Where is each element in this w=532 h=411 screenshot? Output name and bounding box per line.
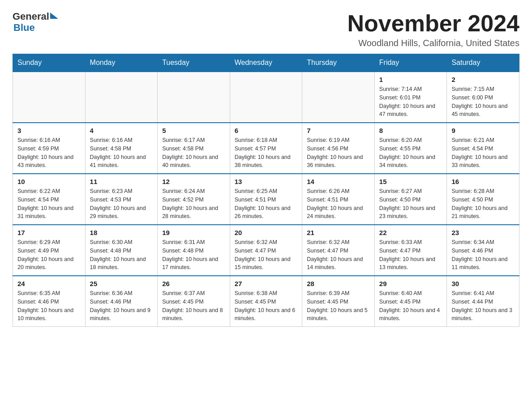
- day-info: Sunrise: 6:37 AMSunset: 4:45 PMDaylight:…: [162, 289, 225, 323]
- header-saturday: Saturday: [447, 54, 519, 72]
- calendar-cell: 21Sunrise: 6:32 AMSunset: 4:47 PMDayligh…: [302, 225, 375, 276]
- day-info: Sunrise: 6:19 AMSunset: 4:56 PMDaylight:…: [307, 136, 370, 170]
- calendar-cell: [302, 72, 375, 123]
- calendar-cell: 19Sunrise: 6:31 AMSunset: 4:48 PMDayligh…: [158, 225, 230, 276]
- day-number: 15: [379, 178, 442, 185]
- day-info: Sunrise: 6:38 AMSunset: 4:45 PMDaylight:…: [235, 289, 298, 323]
- day-number: 14: [307, 178, 370, 185]
- day-number: 17: [17, 229, 81, 236]
- calendar-title: November 2024: [348, 11, 519, 36]
- day-number: 25: [90, 280, 153, 287]
- header-wednesday: Wednesday: [230, 54, 302, 72]
- calendar-cell: 24Sunrise: 6:35 AMSunset: 4:46 PMDayligh…: [13, 276, 86, 327]
- calendar-cell: 15Sunrise: 6:27 AMSunset: 4:50 PMDayligh…: [374, 174, 447, 225]
- day-info: Sunrise: 6:32 AMSunset: 4:47 PMDaylight:…: [307, 238, 370, 272]
- day-info: Sunrise: 6:23 AMSunset: 4:53 PMDaylight:…: [90, 187, 153, 221]
- calendar-table: Sunday Monday Tuesday Wednesday Thursday…: [13, 54, 519, 327]
- day-number: 27: [235, 280, 298, 287]
- day-info: Sunrise: 6:30 AMSunset: 4:48 PMDaylight:…: [90, 238, 153, 272]
- calendar-cell: 4Sunrise: 6:16 AMSunset: 4:58 PMDaylight…: [85, 123, 158, 174]
- day-info: Sunrise: 6:17 AMSunset: 4:58 PMDaylight:…: [162, 136, 225, 170]
- calendar-cell: [13, 72, 86, 123]
- day-number: 11: [90, 178, 153, 185]
- day-number: 2: [451, 76, 515, 83]
- calendar-cell: 29Sunrise: 6:40 AMSunset: 4:45 PMDayligh…: [374, 276, 447, 327]
- page-header: General Blue November 2024 Woodland Hill…: [13, 11, 519, 48]
- logo-arrow-icon: [50, 13, 58, 21]
- calendar-cell: 22Sunrise: 6:33 AMSunset: 4:47 PMDayligh…: [374, 225, 447, 276]
- day-info: Sunrise: 6:36 AMSunset: 4:46 PMDaylight:…: [90, 289, 153, 323]
- day-number: 23: [451, 229, 515, 236]
- calendar-cell: 6Sunrise: 6:18 AMSunset: 4:57 PMDaylight…: [230, 123, 302, 174]
- week-row-2: 3Sunrise: 6:16 AMSunset: 4:59 PMDaylight…: [13, 123, 519, 174]
- calendar-cell: 26Sunrise: 6:37 AMSunset: 4:45 PMDayligh…: [158, 276, 230, 327]
- week-row-1: 1Sunrise: 7:14 AMSunset: 6:01 PMDaylight…: [13, 72, 519, 123]
- day-info: Sunrise: 6:21 AMSunset: 4:54 PMDaylight:…: [451, 136, 515, 170]
- calendar-cell: 2Sunrise: 7:15 AMSunset: 6:00 PMDaylight…: [447, 72, 519, 123]
- calendar-cell: 9Sunrise: 6:21 AMSunset: 4:54 PMDaylight…: [447, 123, 519, 174]
- day-number: 10: [17, 178, 81, 185]
- day-info: Sunrise: 6:16 AMSunset: 4:59 PMDaylight:…: [17, 136, 81, 170]
- day-info: Sunrise: 6:33 AMSunset: 4:47 PMDaylight:…: [379, 238, 442, 272]
- title-block: November 2024 Woodland Hills, California…: [348, 11, 519, 48]
- day-info: Sunrise: 6:25 AMSunset: 4:51 PMDaylight:…: [235, 187, 298, 221]
- day-number: 24: [17, 280, 81, 287]
- day-info: Sunrise: 6:18 AMSunset: 4:57 PMDaylight:…: [235, 136, 298, 170]
- day-number: 4: [90, 127, 153, 134]
- calendar-cell: 5Sunrise: 6:17 AMSunset: 4:58 PMDaylight…: [158, 123, 230, 174]
- calendar-cell: 17Sunrise: 6:29 AMSunset: 4:49 PMDayligh…: [13, 225, 86, 276]
- calendar-subtitle: Woodland Hills, California, United State…: [348, 38, 519, 48]
- day-info: Sunrise: 6:22 AMSunset: 4:54 PMDaylight:…: [17, 187, 81, 221]
- day-number: 3: [17, 127, 81, 134]
- header-friday: Friday: [374, 54, 447, 72]
- header-thursday: Thursday: [302, 54, 375, 72]
- day-info: Sunrise: 6:41 AMSunset: 4:44 PMDaylight:…: [451, 289, 515, 323]
- calendar-cell: [85, 72, 158, 123]
- calendar-cell: [230, 72, 302, 123]
- calendar-cell: 13Sunrise: 6:25 AMSunset: 4:51 PMDayligh…: [230, 174, 302, 225]
- day-info: Sunrise: 6:29 AMSunset: 4:49 PMDaylight:…: [17, 238, 81, 272]
- calendar-cell: 23Sunrise: 6:34 AMSunset: 4:46 PMDayligh…: [447, 225, 519, 276]
- day-info: Sunrise: 6:35 AMSunset: 4:46 PMDaylight:…: [17, 289, 81, 323]
- day-info: Sunrise: 6:28 AMSunset: 4:50 PMDaylight:…: [451, 187, 515, 221]
- day-number: 30: [451, 280, 515, 287]
- calendar-cell: 30Sunrise: 6:41 AMSunset: 4:44 PMDayligh…: [447, 276, 519, 327]
- calendar-cell: 3Sunrise: 6:16 AMSunset: 4:59 PMDaylight…: [13, 123, 86, 174]
- calendar-cell: 16Sunrise: 6:28 AMSunset: 4:50 PMDayligh…: [447, 174, 519, 225]
- day-number: 6: [235, 127, 298, 134]
- day-info: Sunrise: 6:32 AMSunset: 4:47 PMDaylight:…: [235, 238, 298, 272]
- day-info: Sunrise: 6:34 AMSunset: 4:46 PMDaylight:…: [451, 238, 515, 272]
- day-number: 22: [379, 229, 442, 236]
- calendar-cell: 11Sunrise: 6:23 AMSunset: 4:53 PMDayligh…: [85, 174, 158, 225]
- calendar-cell: 14Sunrise: 6:26 AMSunset: 4:51 PMDayligh…: [302, 174, 375, 225]
- day-info: Sunrise: 6:20 AMSunset: 4:55 PMDaylight:…: [379, 136, 442, 170]
- logo-general-text: General: [13, 11, 49, 22]
- logo-blue-text: Blue: [13, 22, 58, 33]
- calendar-cell: 7Sunrise: 6:19 AMSunset: 4:56 PMDaylight…: [302, 123, 375, 174]
- calendar-cell: 10Sunrise: 6:22 AMSunset: 4:54 PMDayligh…: [13, 174, 86, 225]
- header-monday: Monday: [85, 54, 158, 72]
- header-sunday: Sunday: [13, 54, 86, 72]
- day-info: Sunrise: 6:40 AMSunset: 4:45 PMDaylight:…: [379, 289, 442, 323]
- day-number: 21: [307, 229, 370, 236]
- calendar-cell: 20Sunrise: 6:32 AMSunset: 4:47 PMDayligh…: [230, 225, 302, 276]
- day-number: 16: [451, 178, 515, 185]
- day-number: 19: [162, 229, 225, 236]
- header-tuesday: Tuesday: [158, 54, 230, 72]
- calendar-cell: 28Sunrise: 6:39 AMSunset: 4:45 PMDayligh…: [302, 276, 375, 327]
- week-row-5: 24Sunrise: 6:35 AMSunset: 4:46 PMDayligh…: [13, 276, 519, 327]
- day-number: 13: [235, 178, 298, 185]
- calendar-cell: 27Sunrise: 6:38 AMSunset: 4:45 PMDayligh…: [230, 276, 302, 327]
- week-row-3: 10Sunrise: 6:22 AMSunset: 4:54 PMDayligh…: [13, 174, 519, 225]
- day-info: Sunrise: 6:27 AMSunset: 4:50 PMDaylight:…: [379, 187, 442, 221]
- day-number: 1: [379, 76, 442, 83]
- day-number: 5: [162, 127, 225, 134]
- day-info: Sunrise: 6:24 AMSunset: 4:52 PMDaylight:…: [162, 187, 225, 221]
- day-number: 26: [162, 280, 225, 287]
- calendar-cell: [158, 72, 230, 123]
- logo: General Blue: [13, 11, 58, 33]
- day-number: 29: [379, 280, 442, 287]
- day-number: 28: [307, 280, 370, 287]
- svg-marker-0: [50, 13, 58, 19]
- calendar-cell: 8Sunrise: 6:20 AMSunset: 4:55 PMDaylight…: [374, 123, 447, 174]
